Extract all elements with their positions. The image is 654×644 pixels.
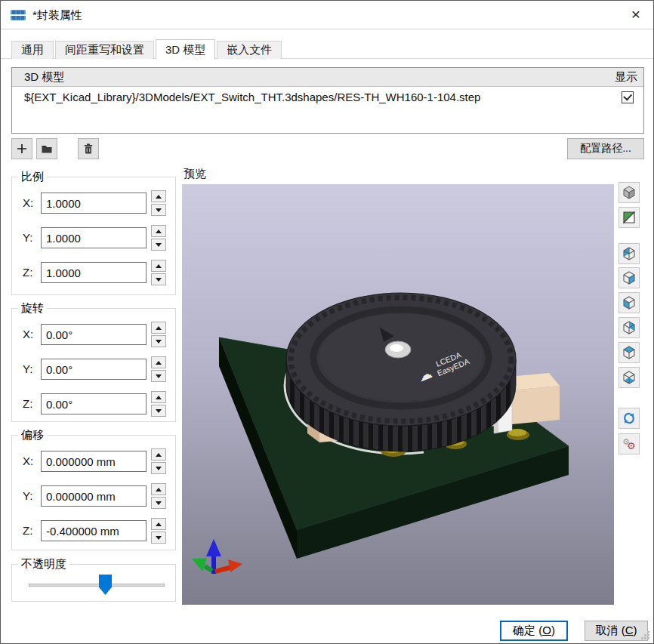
view-top-cube-icon xyxy=(622,345,637,360)
footprint-properties-dialog: *封装属性 × 通用 间距重写和设置 3D 模型 嵌入文件 3D 模型 显示 $… xyxy=(0,0,654,644)
ok-button[interactable]: 确定 (O) xyxy=(500,621,568,641)
scale-x-spinner xyxy=(151,190,166,216)
offset-y-spin-up[interactable] xyxy=(151,483,166,495)
offset-y-spinner xyxy=(151,483,166,509)
preview-3d-viewport[interactable]: ☁ LCEDA EasyEDA xyxy=(182,184,614,605)
rotation-x-input[interactable] xyxy=(41,324,147,345)
offset-y-input[interactable] xyxy=(41,485,147,507)
offset-z-row: Z: xyxy=(12,520,175,541)
offset-y-label: Y: xyxy=(23,485,32,507)
offset-x-spin-up[interactable] xyxy=(151,448,166,461)
offset-group: 偏移 X: Y: Z: xyxy=(11,435,176,550)
scale-y-spinner xyxy=(151,225,166,251)
model-path-cell[interactable]: ${EXT_Kicad_Library}/3DModels/EXT_Switch… xyxy=(12,87,643,108)
rotation-x-spin-down[interactable] xyxy=(151,335,166,347)
rotation-y-row: Y: xyxy=(12,359,175,380)
tab-clearance-overrides[interactable]: 间距重写和设置 xyxy=(55,41,154,59)
rotation-z-spin-up[interactable] xyxy=(151,391,166,403)
view-right-button[interactable] xyxy=(619,267,640,288)
scale-x-input[interactable] xyxy=(41,193,147,214)
offset-x-input[interactable] xyxy=(41,451,147,472)
model-table: 3D 模型 显示 ${EXT_Kicad_Library}/3DModels/E… xyxy=(11,67,644,134)
scale-x-spin-down[interactable] xyxy=(151,204,166,216)
rotation-z-row: Z: xyxy=(12,393,175,414)
offset-x-label: X: xyxy=(23,451,33,472)
scale-x-label: X: xyxy=(23,193,33,214)
rotation-y-label: Y: xyxy=(23,359,32,380)
offset-z-input[interactable] xyxy=(41,520,147,541)
rotation-y-input[interactable] xyxy=(41,359,147,380)
configure-paths-button[interactable]: 配置路径... xyxy=(567,138,644,159)
scale-y-label: Y: xyxy=(23,227,32,248)
view-right-cube-icon xyxy=(622,270,637,285)
view-back-button[interactable] xyxy=(619,317,640,338)
table-row[interactable]: ${EXT_Kicad_Library}/3DModels/EXT_Switch… xyxy=(12,87,643,108)
add-model-button[interactable] xyxy=(11,138,32,159)
rotation-y-spin-down[interactable] xyxy=(151,370,166,382)
offset-x-spinner xyxy=(151,448,166,474)
view-left-cube-icon xyxy=(622,246,637,261)
rotation-z-input[interactable] xyxy=(41,393,147,414)
scale-y-input[interactable] xyxy=(41,227,147,248)
plus-icon xyxy=(15,142,29,156)
opacity-slider-track[interactable] xyxy=(29,584,165,587)
offset-z-spin-up[interactable] xyxy=(151,518,166,530)
axis-x-arrow xyxy=(228,559,242,572)
ok-label: 确定 ( xyxy=(513,624,542,636)
refresh-view-button[interactable] xyxy=(619,408,640,429)
show-checkbox[interactable] xyxy=(622,91,634,103)
axis-indicator xyxy=(192,539,242,574)
rotation-x-label: X: xyxy=(23,324,33,345)
scale-x-row: X: xyxy=(12,193,175,214)
opacity-slider-handle[interactable] xyxy=(99,575,112,595)
offset-z-spin-down[interactable] xyxy=(151,532,166,544)
orthographic-view-button[interactable] xyxy=(619,182,640,203)
offset-group-title: 偏移 xyxy=(18,428,47,442)
rotation-x-spinner xyxy=(151,322,166,347)
scale-y-spin-down[interactable] xyxy=(151,239,166,251)
scale-z-spin-up[interactable] xyxy=(151,260,166,272)
view-bottom-button[interactable] xyxy=(619,367,640,388)
flip-board-icon xyxy=(622,210,637,225)
model-table-header: 3D 模型 显示 xyxy=(12,68,643,87)
gears-icon: ⚙ ⚙ xyxy=(622,436,637,451)
scale-x-spin-up[interactable] xyxy=(151,190,166,202)
cancel-label: 取消 ( xyxy=(595,624,625,636)
window-title: *封装属性 xyxy=(32,1,82,29)
rotation-y-spin-up[interactable] xyxy=(151,356,166,368)
tab-3d-models[interactable]: 3D 模型 xyxy=(156,39,215,60)
offset-y-spin-down[interactable] xyxy=(151,497,166,509)
ok-mnemonic: O xyxy=(542,624,551,636)
flip-board-button[interactable] xyxy=(619,207,640,228)
view-front-cube-icon xyxy=(622,295,637,310)
scale-y-row: Y: xyxy=(12,227,175,248)
render-settings-button[interactable]: ⚙ ⚙ xyxy=(619,433,640,454)
cancel-mnemonic: C xyxy=(625,624,634,636)
view-left-button[interactable] xyxy=(619,243,640,264)
scale-z-spinner xyxy=(151,260,166,285)
view-top-button[interactable] xyxy=(619,342,640,363)
rotation-y-spinner xyxy=(151,356,166,382)
view-front-button[interactable] xyxy=(619,292,640,313)
tab-general[interactable]: 通用 xyxy=(11,41,54,59)
preview-title: 预览 xyxy=(184,167,206,181)
axis-y-arrow xyxy=(192,558,207,572)
tab-bar: 通用 间距重写和设置 3D 模型 嵌入文件 xyxy=(11,39,283,59)
scale-group-title: 比例 xyxy=(18,170,47,184)
view-bottom-cube-icon xyxy=(622,370,637,385)
scale-z-input[interactable] xyxy=(41,262,147,283)
tab-embedded-files[interactable]: 嵌入文件 xyxy=(217,41,282,59)
rotation-z-spin-down[interactable] xyxy=(151,405,166,417)
scale-y-spin-up[interactable] xyxy=(151,225,166,237)
browse-model-button[interactable] xyxy=(36,138,57,159)
delete-model-button[interactable] xyxy=(78,138,99,159)
axis-z-arrow xyxy=(206,539,221,556)
resize-grip[interactable] xyxy=(639,629,651,641)
opacity-group: 不透明度 xyxy=(11,564,176,602)
offset-x-spin-down[interactable] xyxy=(151,462,166,474)
close-button[interactable]: × xyxy=(623,2,649,26)
rotation-x-spin-up[interactable] xyxy=(151,322,166,334)
rotation-x-row: X: xyxy=(12,324,175,345)
3d-scene: ☁ LCEDA EasyEDA xyxy=(182,184,614,605)
scale-z-spin-down[interactable] xyxy=(151,273,166,285)
